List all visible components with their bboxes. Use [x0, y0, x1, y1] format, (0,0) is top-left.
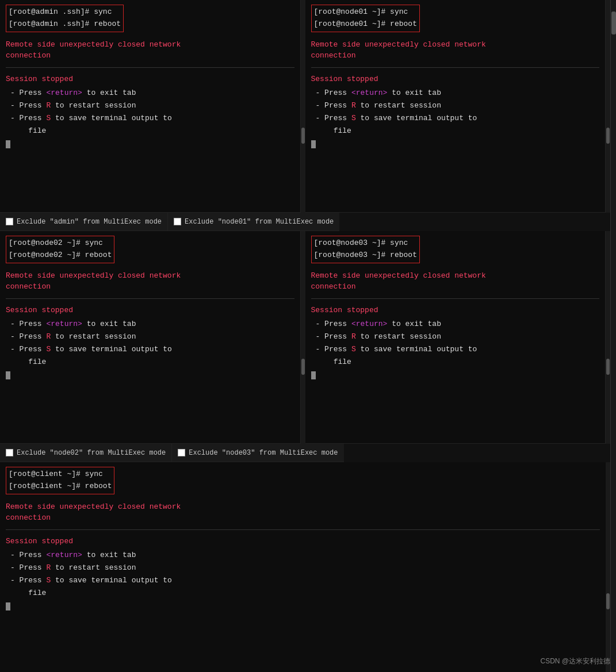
- main-scrollbar[interactable]: [610, 0, 616, 672]
- s-key-node01: S: [351, 114, 356, 122]
- prompt-admin-2: [root@admin .ssh]# reboot: [9, 20, 121, 28]
- terminal-panel-node02[interactable]: [root@node02 ~]# sync [root@node02 ~]# r…: [0, 231, 301, 444]
- prompt-client-1: [root@client ~]# sync: [9, 470, 103, 478]
- s-key-node03: S: [351, 345, 356, 354]
- checkbox-label-admin: Exclude "admin" from MultiExec mode: [17, 218, 162, 226]
- divider-node02: [6, 298, 294, 299]
- main-scrollbar-thumb: [611, 11, 616, 34]
- row-2: [root@node02 ~]# sync [root@node02 ~]# r…: [0, 231, 610, 444]
- command-block-node03: [root@node03 ~]# sync [root@node03 ~]# r…: [311, 236, 420, 263]
- panel-client-wrapper: [root@client ~]# sync [root@client ~]# r…: [0, 462, 610, 672]
- prompt-node03-2: [root@node03 ~]# reboot: [314, 251, 417, 259]
- r-key-node02: R: [46, 332, 51, 341]
- checkbox-node02[interactable]: Exclude "node02" from MultiExec mode: [0, 444, 172, 462]
- session-item-admin-1: - Press <return> to exit tab: [6, 87, 294, 99]
- s-key-node02: S: [46, 345, 51, 354]
- scrollbar-node02[interactable]: [301, 231, 305, 444]
- terminal-panel-client[interactable]: [root@client ~]# sync [root@client ~]# r…: [0, 462, 606, 672]
- session-stopped-admin: Session stopped: [6, 74, 294, 85]
- command-block-node02: [root@node02 ~]# sync [root@node02 ~]# r…: [6, 236, 114, 263]
- row-3: [root@client ~]# sync [root@client ~]# r…: [0, 462, 610, 672]
- scrollbar-thumb-node03: [606, 359, 610, 375]
- session-item-node02-2: - Press R to restart session: [6, 331, 294, 343]
- panels-area: [root@admin .ssh]# sync [root@admin .ssh…: [0, 0, 610, 672]
- checkbox-label-node02: Exclude "node02" from MultiExec mode: [17, 449, 166, 457]
- session-item-client-2: - Press R to restart session: [6, 562, 600, 574]
- divider-admin: [6, 67, 294, 68]
- prompt-admin-1: [root@admin .ssh]# sync: [9, 7, 112, 16]
- session-item-node03-2: - Press R to restart session: [311, 331, 600, 343]
- scrollbar-client[interactable]: [606, 462, 610, 672]
- session-stopped-node01: Session stopped: [311, 74, 600, 85]
- checkbox-admin[interactable]: Exclude "admin" from MultiExec mode: [0, 213, 168, 231]
- return-tag-admin: <return>: [46, 89, 82, 97]
- s-key-admin: S: [46, 114, 51, 122]
- return-tag-node01: <return>: [351, 89, 387, 97]
- checkbox-label-node01: Exclude "node01" from MultiExec mode: [185, 218, 334, 226]
- row-1: [root@admin .ssh]# sync [root@admin .ssh…: [0, 0, 610, 213]
- checkbox-icon-node01[interactable]: [174, 218, 181, 225]
- session-item-node03-1: - Press <return> to exit tab: [311, 318, 600, 331]
- r-key-node03: R: [351, 332, 356, 341]
- scrollbar-admin[interactable]: [301, 0, 305, 213]
- session-item-admin-2: - Press R to restart session: [6, 99, 294, 112]
- cursor-node02: [6, 371, 10, 379]
- session-item-admin-3: - Press S to save terminal output to fil…: [6, 112, 294, 137]
- error-admin: Remote side unexpectedly closed networkc…: [6, 39, 294, 62]
- error-node01: Remote side unexpectedly closed networkc…: [311, 39, 600, 62]
- scrollbar-thumb-client: [606, 593, 610, 609]
- r-key-node01: R: [351, 101, 356, 110]
- prompt-node02-2: [root@node02 ~]# reboot: [9, 251, 112, 259]
- command-block-admin: [root@admin .ssh]# sync [root@admin .ssh…: [6, 5, 124, 32]
- divider-node01: [311, 67, 600, 68]
- checkbox-icon-admin[interactable]: [6, 218, 13, 225]
- checkbox-icon-node03[interactable]: [178, 449, 185, 456]
- cursor-node03: [311, 371, 316, 379]
- return-tag-node03: <return>: [351, 320, 387, 328]
- error-node02: Remote side unexpectedly closed networkc…: [6, 270, 294, 293]
- checkbox-label-node03: Exclude "node03" from MultiExec mode: [189, 449, 338, 457]
- session-stopped-client: Session stopped: [6, 536, 600, 547]
- checkbox-row-1: Exclude "admin" from MultiExec mode Excl…: [0, 213, 610, 231]
- panel-admin-wrapper: [root@admin .ssh]# sync [root@admin .ssh…: [0, 0, 305, 213]
- session-item-node02-3: - Press S to save terminal output to fil…: [6, 343, 294, 368]
- session-stopped-node03: Session stopped: [311, 305, 600, 316]
- main-container: [root@admin .ssh]# sync [root@admin .ssh…: [0, 0, 616, 672]
- cursor-client: [6, 602, 10, 610]
- cursor-node01: [311, 140, 316, 148]
- prompt-node01-1: [root@node01 ~]# sync: [314, 7, 408, 16]
- checkbox-icon-node02[interactable]: [6, 449, 13, 456]
- terminal-panel-admin[interactable]: [root@admin .ssh]# sync [root@admin .ssh…: [0, 0, 301, 213]
- session-item-node03-3: - Press S to save terminal output to fil…: [311, 343, 600, 368]
- panel-node01-wrapper: [root@node01 ~]# sync [root@node01 ~]# r…: [305, 0, 611, 213]
- error-node03: Remote side unexpectedly closed networkc…: [311, 270, 600, 293]
- panel-node02-wrapper: [root@node02 ~]# sync [root@node02 ~]# r…: [0, 231, 305, 444]
- command-block-node01: [root@node01 ~]# sync [root@node01 ~]# r…: [311, 5, 420, 32]
- scrollbar-node03[interactable]: [606, 231, 610, 444]
- divider-node03: [311, 298, 600, 299]
- return-tag-node02: <return>: [46, 320, 82, 328]
- checkbox-row-2: Exclude "node02" from MultiExec mode Exc…: [0, 444, 610, 462]
- scrollbar-thumb-admin: [301, 128, 305, 144]
- watermark: CSDN @达米安利拉德: [540, 656, 610, 666]
- r-key-client: R: [46, 563, 51, 572]
- prompt-node02-1: [root@node02 ~]# sync: [9, 239, 103, 247]
- terminal-panel-node01[interactable]: [root@node01 ~]# sync [root@node01 ~]# r…: [305, 0, 606, 213]
- session-item-node01-2: - Press R to restart session: [311, 99, 600, 112]
- session-item-client-3: - Press S to save terminal output to fil…: [6, 574, 600, 600]
- scrollbar-thumb-node01: [606, 128, 610, 144]
- session-item-client-1: - Press <return> to exit tab: [6, 549, 600, 562]
- checkbox-node03[interactable]: Exclude "node03" from MultiExec mode: [172, 444, 343, 462]
- scrollbar-node01[interactable]: [606, 0, 610, 213]
- panel-node03-wrapper: [root@node03 ~]# sync [root@node03 ~]# r…: [305, 231, 611, 444]
- scrollbar-thumb-node02: [301, 359, 305, 375]
- r-key-admin: R: [46, 101, 51, 110]
- checkbox-node01[interactable]: Exclude "node01" from MultiExec mode: [168, 213, 339, 231]
- session-item-node02-1: - Press <return> to exit tab: [6, 318, 294, 331]
- prompt-client-2: [root@client ~]# reboot: [9, 482, 112, 490]
- terminal-panel-node03[interactable]: [root@node03 ~]# sync [root@node03 ~]# r…: [305, 231, 606, 444]
- prompt-node03-1: [root@node03 ~]# sync: [314, 239, 408, 247]
- session-stopped-node02: Session stopped: [6, 305, 294, 316]
- return-tag-client: <return>: [46, 551, 82, 559]
- command-block-client: [root@client ~]# sync [root@client ~]# r…: [6, 467, 114, 494]
